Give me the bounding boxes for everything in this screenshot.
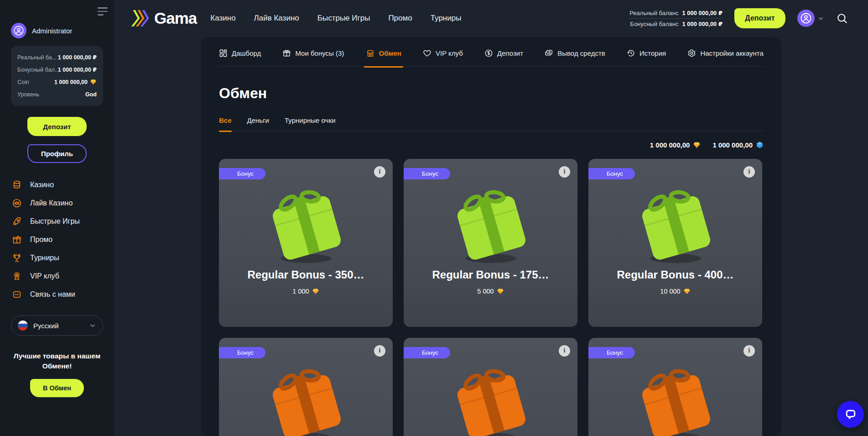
sidebar-user[interactable]: Administrator [11,23,103,38]
bonus-card[interactable]: Бонус i [219,338,393,436]
medal-icon [11,271,23,281]
to-exchange-button[interactable]: В Обмен [30,379,84,397]
nav-casino[interactable]: Казино [210,14,235,23]
gift-image-orange [219,363,393,436]
tab-my-bonuses[interactable]: Мои бонусы (3) [282,49,344,58]
russia-flag-icon [18,320,28,331]
user-icon [800,13,811,24]
sidebar-item-fast-games[interactable]: Быстрые Игры [11,212,103,231]
history-icon [627,49,635,58]
dashboard-icon [219,49,228,58]
tab-history[interactable]: История [627,49,666,58]
info-icon[interactable]: i [374,345,385,357]
exchange-filters: Все Деньги Турнирные очки [219,116,764,131]
coin-balance: 1 000 000,00 [650,141,701,149]
info-icon[interactable]: i [559,345,570,357]
sidebar-item-tournaments[interactable]: Турниры [11,249,103,267]
tab-exchange[interactable]: Обмен [366,49,401,58]
coin-dollar-icon [484,49,493,58]
avatar [797,10,815,27]
info-icon[interactable]: i [743,166,755,178]
sidebar-item-contact[interactable]: Связь с нами [11,285,103,304]
bonus-card[interactable]: Бонус i Regular [588,159,762,327]
bonus-badge: Бонус [219,168,265,179]
tab-withdraw[interactable]: Вывод средств [545,49,605,58]
withdraw-icon [545,49,553,58]
sidebar-item-promo[interactable]: Промо [11,231,103,249]
header-user-menu[interactable] [797,10,824,27]
sidebar-item-vip-club[interactable]: VIP клуб [11,267,103,285]
chevron-down-icon [817,15,824,22]
bonus-badge: Бонус [404,168,450,179]
gift-image-orange [588,363,762,436]
bonus-price: 10 000 [588,288,762,295]
nav-promo[interactable]: Промо [388,14,412,23]
trophy-icon [11,253,23,263]
account-tabs: Дашборд Мои бонусы (3) Обмен VIP клуб [219,49,764,67]
gem-orange-icon [90,79,97,85]
bonus-title: Regular Bonus - 175… [404,268,577,281]
balance-summary-card: Реальный ба... 1 000 000,00 ₽ Бонусный б… [11,46,103,106]
sidebar-menu: Казино Лайв Казино Быстрые Игры [11,176,103,304]
avatar [11,23,26,38]
main-nav: Казино Лайв Казино Быстрые Игры Промо Ту… [210,14,461,23]
live-casino-icon [11,198,23,208]
gem-orange-icon [497,288,504,295]
filter-tournament-points[interactable]: Турнирные очки [285,116,335,124]
info-icon[interactable]: i [559,166,570,178]
chevron-down-icon [89,322,96,329]
sidebar-profile-button[interactable]: Профиль [27,144,87,163]
main-area: Gama Казино Лайв Казино Быстрые Игры Про… [114,0,868,436]
bonus-badge: Бонус [588,347,635,358]
sidebar-item-casino[interactable]: Казино [11,176,103,194]
header-right: Реальный баланс 1 000 000,00 ₽ Бонусный … [629,8,848,29]
stat-bonus-balance: Бонусный бал... 1 000 000,00 ₽ [17,63,97,76]
nav-fast-games[interactable]: Быстрые Игры [317,14,370,23]
store-icon [366,49,375,58]
chat-icon [11,289,23,299]
gem-orange-icon [683,288,691,295]
filter-money[interactable]: Деньги [247,116,269,124]
tab-vip-club[interactable]: VIP клуб [423,49,463,58]
exchange-balances: 1 000 000,00 1 000 000,00 [219,141,764,149]
gift-image-green [404,184,577,266]
gift-icon [11,235,23,245]
language-select[interactable]: Русский [11,315,103,336]
user-name: Administrator [32,27,72,35]
bonus-card[interactable]: Бонус i Regular [219,159,393,327]
gift-icon [282,49,291,58]
bonus-badge: Бонус [219,347,265,358]
stat-level: Уровень God [17,88,97,100]
sidebar-promo-text: Лучшие товары в нашем Обмене! [11,351,103,372]
hamburger-menu-icon[interactable] [98,7,108,18]
bonus-card[interactable]: Бонус i Regular [404,159,577,327]
live-chat-button[interactable] [837,401,864,428]
header-balances: Реальный баланс 1 000 000,00 ₽ Бонусный … [629,8,722,29]
info-icon[interactable]: i [374,166,385,178]
user-icon [14,26,24,36]
tab-dashboard[interactable]: Дашборд [219,49,261,58]
tab-account-settings[interactable]: Настройки аккаунта [687,49,764,58]
bonus-card[interactable]: Бонус i [588,338,762,436]
bonus-card[interactable]: Бонус i [404,338,577,436]
gem-blue-icon [756,141,764,149]
nav-live-casino[interactable]: Лайв Казино [254,14,299,23]
gem-orange-icon [693,141,701,149]
search-button[interactable] [836,12,848,24]
gear-icon [687,49,696,58]
coins-icon [11,180,23,190]
gift-image-green [588,184,762,266]
nav-tournaments[interactable]: Турниры [431,14,462,23]
filter-all[interactable]: Все [219,116,232,124]
top-header: Gama Казино Лайв Казино Быстрые Игры Про… [114,0,868,37]
bonus-badge: Бонус [588,168,635,179]
bonus-price: 5 000 [404,288,577,295]
info-icon[interactable]: i [743,345,755,357]
header-deposit-button[interactable]: Депозит [734,8,785,28]
gift-image-orange [404,363,577,436]
sidebar-item-live-casino[interactable]: Лайв Казино [11,194,103,212]
tab-deposit[interactable]: Депозит [484,49,523,58]
bonus-balance-row: Бонусный баланс 1 000 000,00 ₽ [629,18,722,29]
sidebar-deposit-button[interactable]: Депозит [27,117,87,136]
brand-logo[interactable]: Gama [131,8,197,28]
